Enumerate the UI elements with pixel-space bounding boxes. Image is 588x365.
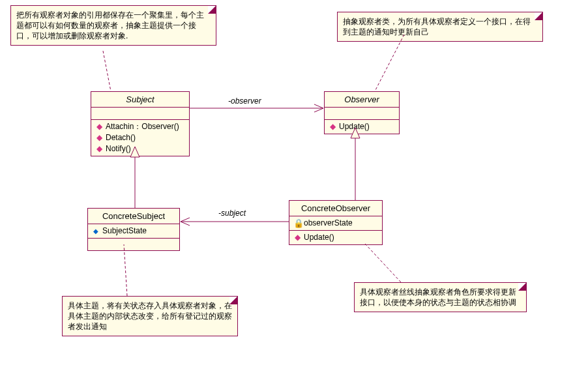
op-row: ◆Update() [293,232,378,243]
class-title: ConcreteSubject [88,209,179,224]
op-section: ◆Attachin：Observer() ◆Detach() ◆Notify() [91,120,189,156]
note-observer: 抽象观察者类，为所有具体观察者定义一个接口，在得到主题的通知时更新自己 [337,12,543,42]
note-concrete-subject: 具体主题，将有关状态存入具体观察者对象，在具体主题的内部状态改变，给所有登记过的… [62,296,238,336]
op-row: ◆Notify() [95,143,185,154]
op-row: ◆Detach() [95,132,185,143]
note-text: 具体观察者丝线抽象观察者角色所要求得更新接口，以便使本身的状态与主题的状态相协调 [360,287,516,307]
note-concrete-observer: 具体观察者丝线抽象观察者角色所要求得更新接口，以便使本身的状态与主题的状态相协调 [354,282,527,312]
assoc-observer-label: -observer [228,96,261,106]
class-concrete-subject: ConcreteSubject ◆SubjectState [87,208,180,251]
note-text: 具体主题，将有关状态存入具体观察者对象，在具体主题的内部状态改变，给所有登记过的… [68,301,232,331]
diamond-icon: ◆ [95,144,103,154]
svg-line-6 [124,244,127,296]
lock-icon: 🔒 [293,218,301,228]
attr-section [91,108,189,120]
svg-line-5 [375,35,404,91]
diamond-icon: ◆ [329,122,336,132]
attr-section: ◆SubjectState [88,224,179,239]
attr-row: ◆SubjectState [92,226,175,237]
class-concrete-observer: ConcreteObserver 🔒observerState ◆Update(… [289,200,383,245]
note-text: 抽象观察者类，为所有具体观察者定义一个接口，在得到主题的通知时更新自己 [343,17,531,36]
note-subject: 把所有观察者对象的引用都保存在一个聚集里，每个主题都可以有如何数量的观察者，抽象… [10,5,216,46]
op-section [88,239,179,250]
svg-line-7 [365,244,401,282]
op-row: ◆Update() [329,121,395,132]
class-title: Observer [325,92,399,108]
diamond-icon: ◆ [293,233,301,242]
diamond-icon: ◆ [95,122,103,132]
diamond-icon: ◆ [92,226,100,236]
assoc-subject-label: -subject [218,209,246,218]
attr-section: 🔒observerState [289,216,382,231]
note-text: 把所有观察者对象的引用都保存在一个聚集里，每个主题都可以有如何数量的观察者，抽象… [16,10,204,40]
op-row: ◆Attachin：Observer() [95,121,185,132]
class-observer: Observer ◆Update() [324,91,400,134]
class-subject: Subject ◆Attachin：Observer() ◆Detach() ◆… [91,91,190,156]
class-title: ConcreteObserver [289,201,382,216]
op-section: ◆Update() [289,231,382,244]
svg-line-4 [103,51,111,91]
diamond-icon: ◆ [95,133,103,143]
attr-section [325,108,399,120]
attr-row: 🔒observerState [293,218,378,229]
op-section: ◆Update() [325,120,399,134]
class-title: Subject [91,92,189,108]
